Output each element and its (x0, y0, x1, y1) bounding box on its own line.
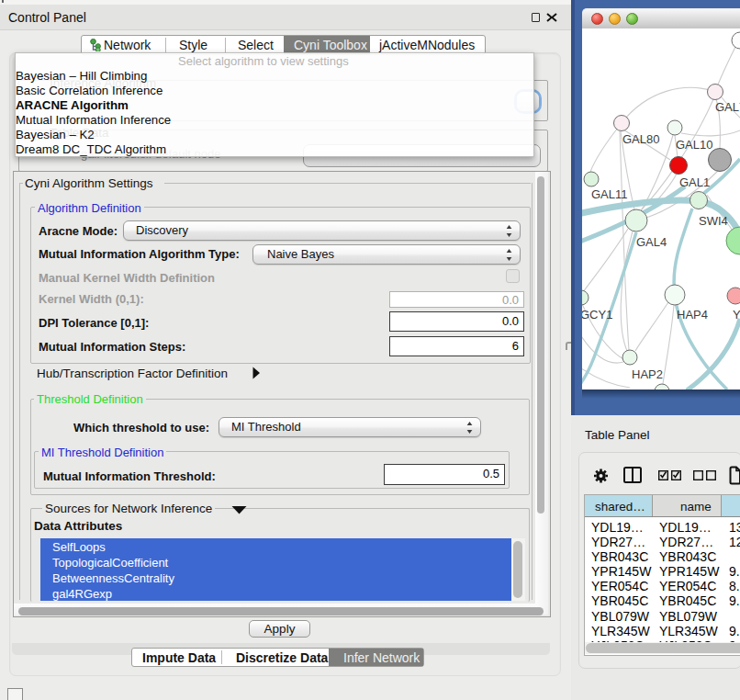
svg-text:Y: Y (733, 308, 740, 322)
svg-text:GAL7: GAL7 (715, 100, 740, 114)
svg-text:GAL4: GAL4 (636, 235, 667, 249)
svg-text:GCY1: GCY1 (582, 308, 612, 322)
svg-text:SWI4: SWI4 (699, 214, 728, 228)
svg-text:HAP2: HAP2 (632, 367, 663, 381)
svg-text:GAL80: GAL80 (622, 132, 659, 146)
svg-text:GAL11: GAL11 (591, 187, 628, 201)
svg-text:GAL10: GAL10 (676, 138, 712, 152)
svg-text:HAP4: HAP4 (677, 308, 708, 322)
svg-text:GAL1: GAL1 (679, 175, 710, 189)
